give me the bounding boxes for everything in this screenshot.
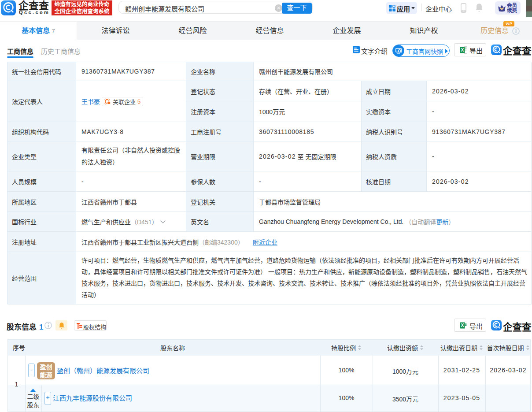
svg-text:X: X <box>461 323 464 328</box>
svg-text:X: X <box>461 47 464 52</box>
